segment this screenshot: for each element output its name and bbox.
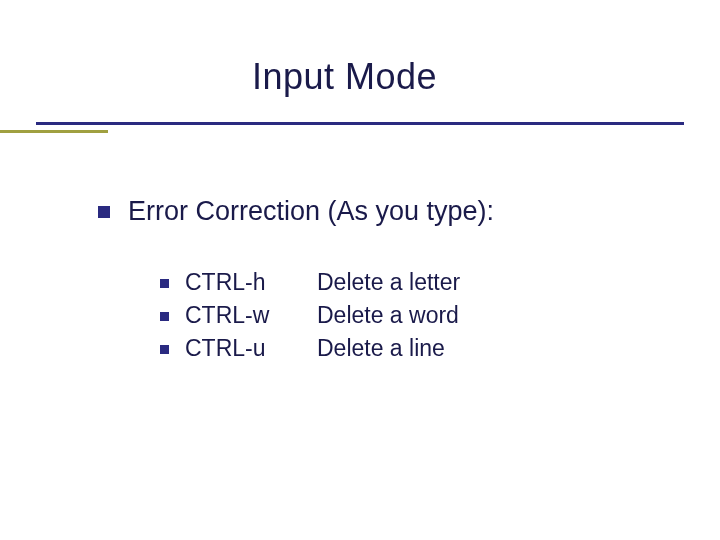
shortcut-list: CTRL-h Delete a letter CTRL-w Delete a w… — [160, 269, 680, 362]
shortcut-key: CTRL-u — [185, 335, 317, 362]
shortcut-desc: Delete a line — [317, 335, 445, 362]
title-area: Input Mode — [0, 0, 720, 98]
slide-title: Input Mode — [252, 56, 720, 98]
shortcut-key: CTRL-h — [185, 269, 317, 296]
square-bullet-icon — [160, 312, 169, 321]
square-bullet-icon — [98, 206, 110, 218]
list-item: CTRL-u Delete a line — [160, 335, 680, 362]
square-bullet-icon — [160, 279, 169, 288]
slide-body: Error Correction (As you type): CTRL-h D… — [98, 196, 680, 368]
list-item: CTRL-h Delete a letter — [160, 269, 680, 296]
shortcut-desc: Delete a letter — [317, 269, 460, 296]
shortcut-key: CTRL-w — [185, 302, 317, 329]
list-item: CTRL-w Delete a word — [160, 302, 680, 329]
title-underline-short — [0, 130, 108, 133]
slide: Input Mode Error Correction (As you type… — [0, 0, 720, 540]
title-underline-long — [36, 122, 684, 125]
section-heading: Error Correction (As you type): — [128, 196, 494, 227]
bullet-level1: Error Correction (As you type): — [98, 196, 680, 227]
shortcut-desc: Delete a word — [317, 302, 459, 329]
square-bullet-icon — [160, 345, 169, 354]
